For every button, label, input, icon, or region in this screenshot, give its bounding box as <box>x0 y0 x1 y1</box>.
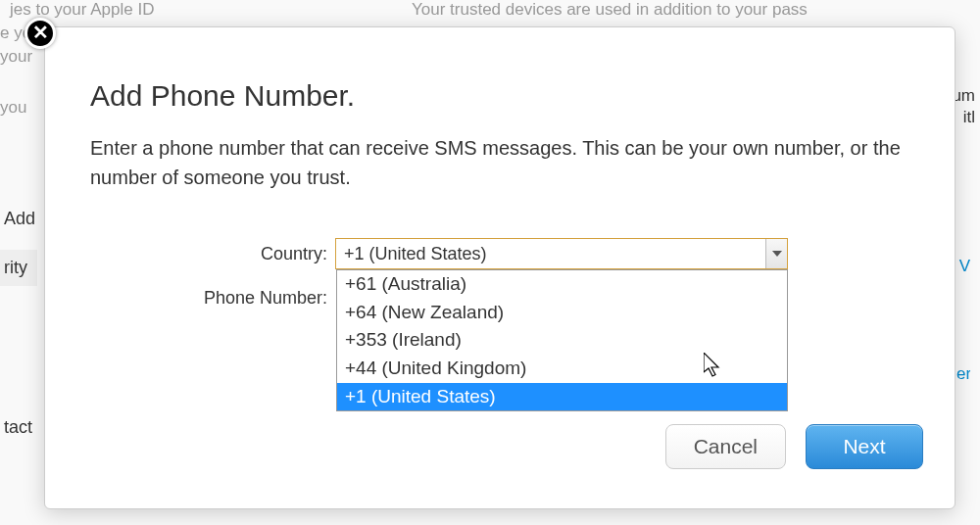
phone-row: Phone Number: <box>151 288 335 309</box>
phone-label: Phone Number: <box>151 288 327 309</box>
add-phone-modal: Add Phone Number. Enter a phone number t… <box>44 26 956 509</box>
link-fragment: er <box>956 364 970 384</box>
link-fragment: V <box>956 257 970 276</box>
country-option-newzealand[interactable]: +64 (New Zealand) <box>337 299 787 327</box>
modal-description: Enter a phone number that can receive SM… <box>90 133 904 192</box>
close-icon: ✕ <box>32 23 49 42</box>
country-label: Country: <box>151 244 327 264</box>
country-selected-value: +1 (United States) <box>336 244 487 264</box>
bg-text: you <box>0 98 26 118</box>
country-select[interactable]: +1 (United States) <box>335 238 788 269</box>
next-button[interactable]: Next <box>806 424 923 469</box>
country-option-ireland[interactable]: +353 (Ireland) <box>337 326 787 355</box>
country-dropdown[interactable]: +61 (Australia) +64 (New Zealand) +353 (… <box>336 269 788 411</box>
sidebar-fragment: rity <box>0 250 37 286</box>
sidebar-fragment: tact <box>0 409 37 446</box>
bg-text: jes to your Apple ID <box>10 0 154 20</box>
country-option-uk[interactable]: +44 (United Kingdom) <box>337 355 787 383</box>
modal-title: Add Phone Number. <box>90 79 355 113</box>
bg-text: Your trusted devices are used in additio… <box>412 0 808 20</box>
country-option-australia[interactable]: +61 (Australia) <box>337 270 787 299</box>
cancel-button[interactable]: Cancel <box>665 424 786 469</box>
close-button[interactable]: ✕ <box>24 18 56 49</box>
button-row: Cancel Next <box>665 424 923 469</box>
chevron-down-icon[interactable] <box>765 239 787 268</box>
country-row: Country: +1 (United States) <box>151 238 788 269</box>
sidebar-fragment: Add <box>0 201 37 237</box>
country-option-us[interactable]: +1 (United States) <box>337 383 787 411</box>
bg-text: your <box>0 47 32 67</box>
bg-text: itl <box>963 108 975 127</box>
